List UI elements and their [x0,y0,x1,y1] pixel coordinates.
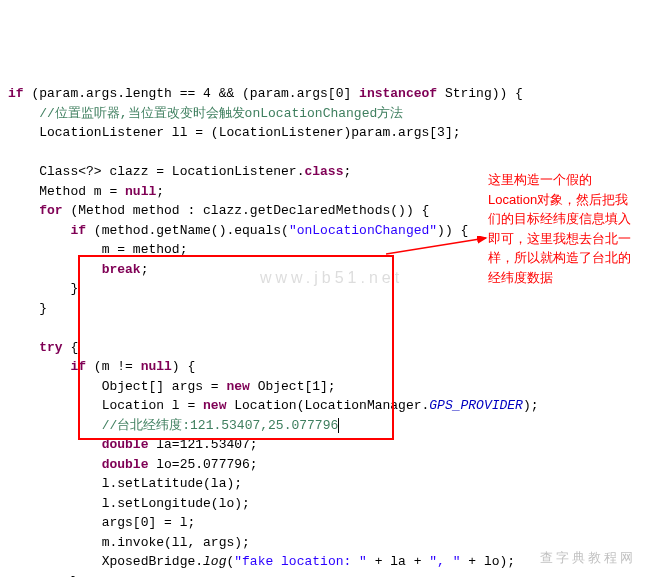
code-text: Location l = [102,398,203,413]
comment: //台北经纬度:121.53407,25.077796 [102,418,339,433]
kw-double: double [102,457,149,472]
code-text: l.setLatitude(la); [102,476,242,491]
kw-double: double [102,437,149,452]
code-text: + lo); [461,554,516,569]
static-method: log [203,554,226,569]
code-text: Method m = [39,184,125,199]
kw-try: try [39,340,62,355]
code-text: la=121.53407; [148,437,257,452]
code-text: ); [523,398,539,413]
code-text: (param.args.length == 4 && (param.args[0… [24,86,359,101]
code-text: )) { [437,223,468,238]
code-text: LocationListener ll = (LocationListener)… [39,125,460,140]
kw-new: new [203,398,226,413]
code-text: { [63,340,79,355]
code-text: m = method; [102,242,188,257]
string: ", " [429,554,460,569]
code-text: } [70,574,78,578]
code-text: ; [141,262,149,277]
code-text: String)) { [437,86,523,101]
code-text: } [70,281,78,296]
static-field: GPS_PROVIDER [429,398,523,413]
code-text: + la + [367,554,429,569]
code-text: (method.getName().equals( [86,223,289,238]
code-text: Object[1]; [250,379,336,394]
kw-if: if [70,359,86,374]
kw-for: for [39,203,62,218]
annotation-text: 这里构造一个假的Location对象，然后把我们的目标经纬度信息填入即可，这里我… [488,170,638,287]
kw-class: class [304,164,343,179]
code-text: ) { [172,359,195,374]
kw-instanceof: instanceof [359,86,437,101]
comment: //位置监听器,当位置改变时会触发onLocationChanged方法 [39,106,403,121]
string: "fake location: " [234,554,367,569]
code-text: } [39,301,47,316]
kw-null: null [141,359,172,374]
kw-new: new [226,379,249,394]
code-text: l.setLongitude(lo); [102,496,250,511]
code-text: (Method method : clazz.getDeclaredMethod… [63,203,430,218]
text-cursor [338,418,339,433]
code-text: args[0] = l; [102,515,196,530]
kw-break: break [102,262,141,277]
code-text: lo=25.077796; [148,457,257,472]
code-text: (m != [86,359,141,374]
code-text: m.invoke(ll, args); [102,535,250,550]
string: "onLocationChanged" [289,223,437,238]
code-text: ; [156,184,164,199]
code-text: XposedBridge. [102,554,203,569]
code-text: ; [343,164,351,179]
code-block: if (param.args.length == 4 && (param.arg… [8,84,638,577]
kw-if: if [8,86,24,101]
code-text: Object[] args = [102,379,227,394]
code-text: Class<?> clazz = LocationListener. [39,164,304,179]
kw-null: null [125,184,156,199]
code-text: Location(LocationManager. [226,398,429,413]
kw-if: if [70,223,86,238]
